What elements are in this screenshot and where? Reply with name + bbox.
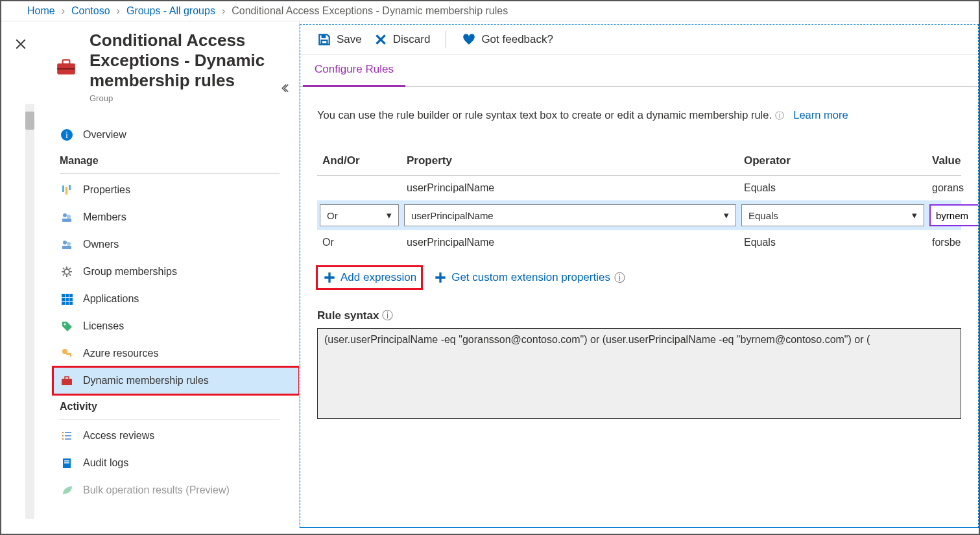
rule-row[interactable]: userPrincipalName Equals gorans [317,176,961,201]
sidebar-item-overview[interactable]: i Overview [53,121,299,149]
gear-icon [60,265,74,279]
discard-button[interactable]: Discard [374,32,431,47]
info-icon[interactable]: ⓘ [775,110,784,121]
svg-rect-2 [57,68,75,69]
cell-andor: Or [317,230,401,255]
svg-rect-23 [69,302,73,305]
sidebar-item-properties[interactable]: Properties [53,176,299,204]
sidebar-item-label: Dynamic membership rules [83,375,209,386]
sidebar-item-owners[interactable]: Owners [53,231,299,258]
breadcrumb-home[interactable]: Home [27,5,55,17]
svg-rect-27 [70,355,71,357]
sidebar-item-applications[interactable]: Applications [53,285,299,313]
sidebar-item-label: Licenses [83,320,124,332]
save-label: Save [337,33,362,46]
breadcrumb-groups[interactable]: Groups - All groups [126,5,215,17]
cell-property: userPrincipalName [401,176,739,201]
operator-select[interactable]: Equals ▾ [741,204,924,226]
chevron-right-icon: › [117,5,120,17]
cell-operator: Equals [739,230,927,255]
sidebar-item-label: Access reviews [83,430,154,442]
collapse-sidebar-icon[interactable] [281,82,293,96]
sidebar-item-label: Group memberships [83,266,177,278]
book-icon [60,456,74,470]
close-blade-column [1,21,40,528]
svg-rect-34 [322,40,328,44]
info-icon[interactable]: ⓘ [382,309,393,322]
svg-point-8 [63,213,67,217]
rule-row[interactable]: Or userPrincipalName Equals forsbe [317,230,961,255]
sidebar-item-dynamic-membership-rules[interactable]: Dynamic membership rules [53,367,299,394]
sidebar-item-group-memberships[interactable]: Group memberships [53,258,299,285]
scrollbar-track [25,104,34,519]
tabs: Configure Rules [300,55,978,87]
sidebar-item-label: Members [83,211,126,223]
svg-rect-6 [66,187,67,195]
content-panel: Save Discard Got feedback? Configure Rul… [300,24,979,528]
svg-rect-10 [62,219,71,222]
breadcrumb-current: Conditional Access Exceptions - Dynamic … [232,5,508,17]
leaf-icon [60,483,74,497]
sidebar-item-azure-resources[interactable]: Azure resources [53,340,299,367]
add-expression-label: Add expression [341,271,416,284]
sidebar-section-activity: Activity [53,394,299,418]
tag-icon [60,319,74,333]
breadcrumb-contoso[interactable]: Contoso [71,5,110,17]
svg-rect-32 [64,462,69,464]
sidebar-item-audit-logs[interactable]: Audit logs [53,449,299,477]
grid-icon [60,292,74,306]
page-title: Conditional Access Exceptions - Dynamic … [90,30,293,91]
svg-rect-20 [69,298,73,301]
property-select[interactable]: userPrincipalName ▾ [404,204,736,226]
sidebar-item-access-reviews[interactable]: Access reviews [53,422,299,449]
svg-point-14 [64,269,69,274]
learn-more-link[interactable]: Learn more [793,109,848,121]
svg-rect-29 [65,377,69,379]
value-input[interactable] [929,204,978,226]
col-header-value: Value [927,148,961,176]
svg-rect-26 [66,353,71,355]
svg-rect-16 [66,294,69,297]
rule-syntax-textbox[interactable] [317,328,961,419]
chevron-right-icon: › [62,5,65,17]
sidebar-item-label: Overview [83,129,126,141]
svg-rect-15 [62,294,65,297]
discard-label: Discard [393,33,431,46]
breadcrumb: Home › Contoso › Groups - All groups › C… [1,1,979,21]
svg-rect-7 [69,185,71,190]
sidebar-item-label: Audit logs [83,457,128,469]
svg-point-12 [67,242,71,246]
andor-select[interactable]: Or ▾ [320,204,399,226]
get-custom-extension-properties-button[interactable]: Get custom extension properties ⓘ [433,270,625,285]
intro-text: You can use the rule builder or rule syn… [317,109,961,122]
save-button[interactable]: Save [317,32,362,47]
briefcase-icon [53,54,79,80]
cell-property: userPrincipalName [401,230,739,255]
info-icon: i [60,128,74,142]
sidebar-item-members[interactable]: Members [53,204,299,231]
svg-point-11 [63,241,67,244]
sidebar-section-manage: Manage [53,149,299,172]
svg-rect-31 [64,460,69,462]
chevron-right-icon: › [222,5,225,17]
scrollbar-thumb[interactable] [25,112,34,130]
svg-rect-17 [69,294,73,297]
tab-configure-rules[interactable]: Configure Rules [303,55,405,87]
sidebar-item-label: Azure resources [83,348,159,359]
sidebar-item-label: Bulk operation results (Preview) [83,484,230,496]
sidebar: i Overview Manage Properties Members Own… [40,108,299,504]
svg-rect-19 [66,298,69,301]
people-icon [60,237,74,252]
briefcase-icon [60,374,74,388]
rule-syntax-label: Rule syntax ⓘ [317,308,961,323]
sidebar-item-bulk-operation-results[interactable]: Bulk operation results (Preview) [53,477,299,504]
info-icon[interactable]: ⓘ [614,270,625,285]
rule-row-editing[interactable]: Or ▾ userPrincipalName ▾ [317,200,961,230]
add-expression-button[interactable]: Add expression [317,267,422,289]
sidebar-item-label: Properties [83,184,130,196]
cell-value: gorans [927,176,961,201]
svg-text:i: i [66,130,68,140]
chevron-down-icon: ▾ [912,209,917,221]
feedback-button[interactable]: Got feedback? [462,32,553,47]
sidebar-item-licenses[interactable]: Licenses [53,313,299,340]
